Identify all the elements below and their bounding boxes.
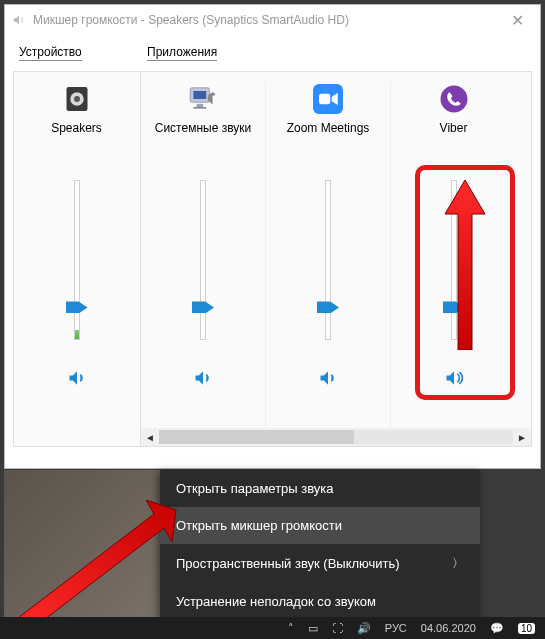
sound-context-menu: Открыть параметры звука Открыть микшер г… [160, 470, 480, 620]
device-label[interactable]: Speakers [51, 122, 102, 152]
tray-network-icon[interactable]: ⛶ [332, 622, 343, 634]
menu-item-troubleshoot[interactable]: Устранение неполадок со звуком [160, 583, 480, 620]
svg-rect-9 [319, 94, 330, 105]
mute-button[interactable] [442, 366, 466, 390]
menu-item-label: Пространственный звук (Выключить) [176, 556, 400, 571]
app-column-system-sounds: Системные звуки [141, 82, 266, 446]
close-icon[interactable]: ✕ [501, 11, 534, 30]
mute-button[interactable] [316, 366, 340, 390]
tray-battery-icon[interactable]: ▭ [308, 622, 318, 635]
device-column: Speakers [14, 82, 139, 446]
app-column-viber: Viber [391, 82, 516, 446]
volume-mixer-window: Микшер громкости - Speakers (Synaptics S… [4, 4, 541, 469]
tray-volume-icon[interactable]: 🔊 [357, 622, 371, 635]
menu-item-label: Открыть микшер громкости [176, 518, 342, 533]
titlebar[interactable]: Микшер громкости - Speakers (Synaptics S… [5, 5, 540, 35]
scroll-left-icon[interactable]: ◄ [141, 428, 159, 446]
scroll-right-icon[interactable]: ► [513, 428, 531, 446]
volume-slider[interactable] [74, 170, 80, 340]
app-column-zoom: Zoom Meetings [266, 82, 391, 446]
volume-slider[interactable] [200, 170, 206, 340]
svg-rect-6 [193, 107, 206, 109]
menu-item-label: Устранение неполадок со звуком [176, 594, 376, 609]
horizontal-scrollbar[interactable]: ◄ ► [141, 428, 531, 446]
window-title: Микшер громкости - Speakers (Synaptics S… [33, 13, 349, 27]
speaker-device-icon[interactable] [60, 82, 94, 116]
viber-icon[interactable] [437, 82, 471, 116]
tray-chevron-up-icon[interactable]: ˄ [288, 622, 294, 635]
taskbar[interactable]: ˄ ▭ ⛶ 🔊 РУС 04.06.2020 💬 10 [0, 617, 545, 639]
taskbar-date[interactable]: 04.06.2020 [421, 622, 476, 634]
section-device-label: Устройство [19, 45, 82, 61]
titlebar-speaker-icon [11, 12, 27, 28]
section-apps-label: Приложения [147, 45, 217, 61]
volume-slider[interactable] [325, 170, 331, 340]
svg-rect-4 [193, 91, 206, 99]
svg-point-10 [440, 86, 467, 113]
svg-rect-5 [197, 104, 203, 107]
section-applications: Приложения [141, 41, 532, 460]
menu-item-spatial-sound[interactable]: Пространственный звук (Выключить) 〉 [160, 544, 480, 583]
scrollbar-track[interactable] [159, 430, 513, 444]
tray-notifications-count[interactable]: 10 [518, 623, 535, 634]
mute-button[interactable] [65, 366, 89, 390]
scrollbar-thumb[interactable] [159, 430, 354, 444]
desktop-background [4, 470, 160, 620]
app-label[interactable]: Системные звуки [155, 122, 251, 152]
volume-slider[interactable] [451, 170, 457, 340]
svg-point-7 [212, 93, 215, 96]
section-device: Устройство Speakers [13, 41, 141, 460]
tray-notifications-icon[interactable]: 💬 [490, 622, 504, 635]
tray-language-icon[interactable]: РУС [385, 622, 407, 634]
zoom-icon[interactable] [311, 82, 345, 116]
app-label[interactable]: Viber [440, 122, 468, 152]
menu-item-open-mixer[interactable]: Открыть микшер громкости [160, 507, 480, 544]
chevron-right-icon: 〉 [452, 555, 464, 572]
app-label[interactable]: Zoom Meetings [287, 122, 370, 152]
mute-button[interactable] [191, 366, 215, 390]
menu-item-sound-settings[interactable]: Открыть параметры звука [160, 470, 480, 507]
svg-point-2 [74, 96, 80, 102]
menu-item-label: Открыть параметры звука [176, 481, 334, 496]
system-sounds-icon[interactable] [186, 82, 220, 116]
